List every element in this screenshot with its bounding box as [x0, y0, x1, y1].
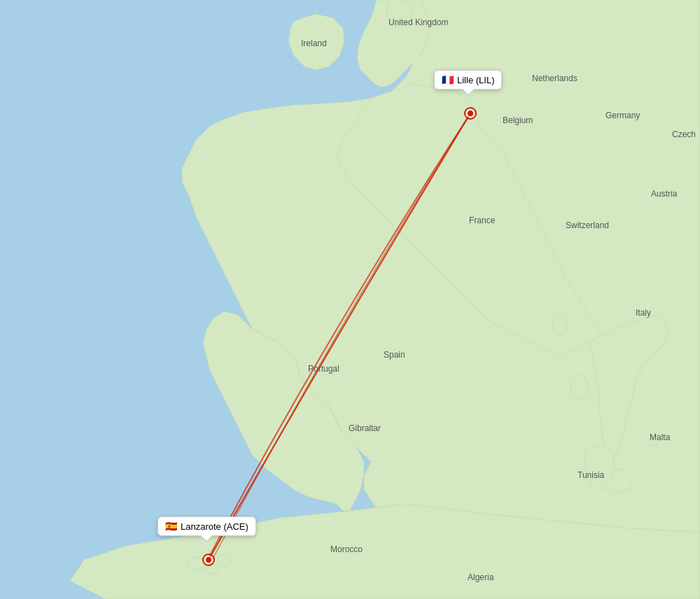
map-container: .land { fill: #d4e8c2; stroke: #b8d4a0; …	[0, 0, 700, 599]
svg-point-4	[205, 556, 212, 563]
map-svg: .land { fill: #d4e8c2; stroke: #b8d4a0; …	[0, 0, 700, 599]
svg-point-2	[467, 110, 474, 117]
